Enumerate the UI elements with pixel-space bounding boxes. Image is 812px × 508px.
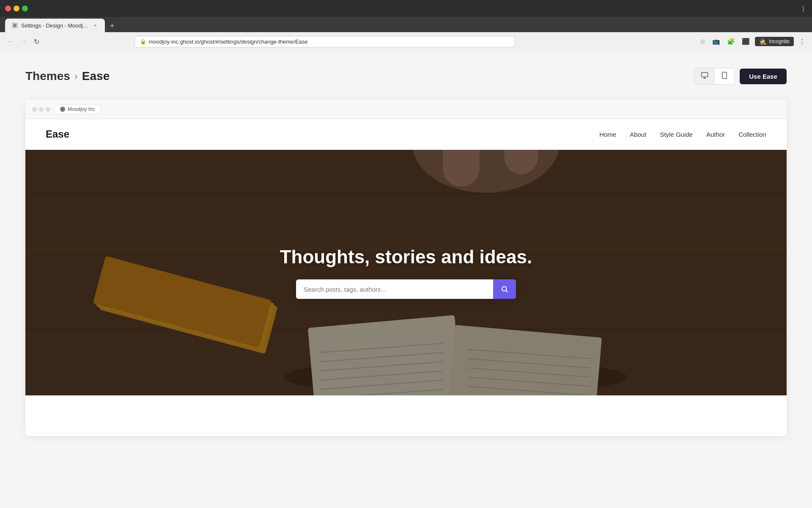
incognito-label: Incognito: [769, 39, 790, 44]
forward-button[interactable]: →: [19, 36, 29, 47]
header-controls: Use Ease: [694, 68, 787, 85]
hero-title: Thoughts, stories and ideas.: [280, 246, 532, 268]
page-header: Themes › Ease Use Ease: [25, 68, 787, 85]
sidebar-button[interactable]: ⬛: [740, 36, 752, 47]
bookmark-button[interactable]: ☆: [698, 36, 707, 47]
theme-navbar: Ease Home About Style Guide Author Colle…: [25, 119, 787, 150]
nav-style-guide[interactable]: Style Guide: [660, 131, 693, 138]
lock-icon: 🔒: [140, 39, 146, 44]
search-icon: [501, 285, 508, 293]
expand-button[interactable]: ⟩: [799, 4, 807, 14]
page-content: Themes › Ease Use Ease: [0, 51, 812, 508]
search-bar[interactable]: [296, 279, 516, 299]
svg-rect-1: [702, 72, 708, 77]
use-theme-button[interactable]: Use Ease: [740, 69, 787, 84]
back-button[interactable]: ←: [5, 36, 15, 47]
preview-dot-3: [46, 107, 50, 112]
theme-hero: Thoughts, stories and ideas.: [25, 150, 787, 395]
preview-tab: Moodjoy Inc: [55, 104, 101, 114]
url-text: moodjoy-inc.ghost.io/ghost/#/settings/de…: [149, 39, 510, 45]
browser-chrome: ⟩ Settings - Design - Moodjoy In... × + …: [0, 0, 812, 51]
nav-collection[interactable]: Collection: [738, 131, 766, 138]
preview-dot-2: [39, 107, 44, 112]
extensions-button[interactable]: 🧩: [725, 36, 737, 47]
maximize-window-button[interactable]: [22, 6, 28, 11]
hero-content: Thoughts, stories and ideas.: [280, 246, 532, 299]
incognito-icon: 🕵: [759, 38, 766, 45]
search-button[interactable]: [493, 279, 516, 299]
browser-titlebar: ⟩: [0, 0, 812, 17]
preview-container: Moodjoy Inc Ease Home About Style Guide …: [25, 100, 787, 436]
tab-favicon: [12, 22, 18, 28]
preview-favicon: [60, 107, 65, 112]
svg-rect-31: [443, 150, 480, 187]
address-bar[interactable]: 🔒 moodjoy-inc.ghost.io/ghost/#/settings/…: [134, 36, 515, 47]
preview-dots: [32, 107, 50, 112]
nav-author[interactable]: Author: [706, 131, 725, 138]
traffic-lights: [5, 6, 28, 11]
svg-point-0: [13, 24, 16, 27]
nav-about[interactable]: About: [630, 131, 646, 138]
active-tab[interactable]: Settings - Design - Moodjoy In... ×: [5, 19, 105, 32]
tab-bar: Settings - Design - Moodjoy In... × +: [0, 17, 812, 32]
address-bar-row: ← → ↻ 🔒 moodjoy-inc.ghost.io/ghost/#/set…: [0, 32, 812, 51]
minimize-window-button[interactable]: [14, 6, 19, 11]
close-window-button[interactable]: [5, 6, 11, 11]
breadcrumb-separator: ›: [74, 70, 78, 82]
breadcrumb: Themes › Ease: [25, 69, 110, 83]
tab-close-button[interactable]: ×: [92, 22, 98, 28]
svg-line-34: [506, 290, 507, 292]
theme-nav: Home About Style Guide Author Collection: [599, 131, 766, 138]
browser-menu-button[interactable]: ⋮: [797, 36, 807, 47]
browser-toolbar: ☆ 📺 🧩 ⬛ 🕵 Incognito ⋮: [698, 36, 807, 47]
incognito-badge: 🕵 Incognito: [755, 37, 794, 46]
desktop-view-button[interactable]: [695, 68, 715, 84]
theme-below-hero: [25, 395, 787, 436]
new-tab-button[interactable]: +: [107, 20, 118, 32]
preview-browser-bar: Moodjoy Inc: [25, 100, 787, 119]
breadcrumb-parent[interactable]: Themes: [25, 69, 70, 83]
nav-home[interactable]: Home: [599, 131, 616, 138]
theme-logo: Ease: [46, 128, 69, 140]
view-toggle: [694, 68, 735, 85]
preview-tab-label: Moodjoy Inc: [68, 106, 95, 112]
mobile-view-button[interactable]: [715, 68, 734, 84]
preview-dot-1: [32, 107, 37, 112]
theme-preview: Ease Home About Style Guide Author Colle…: [25, 119, 787, 436]
search-input[interactable]: [296, 280, 493, 299]
screen-cast-button[interactable]: 📺: [710, 36, 722, 47]
tab-title: Settings - Design - Moodjoy In...: [21, 22, 89, 29]
refresh-button[interactable]: ↻: [32, 36, 41, 47]
breadcrumb-current: Ease: [82, 69, 110, 83]
